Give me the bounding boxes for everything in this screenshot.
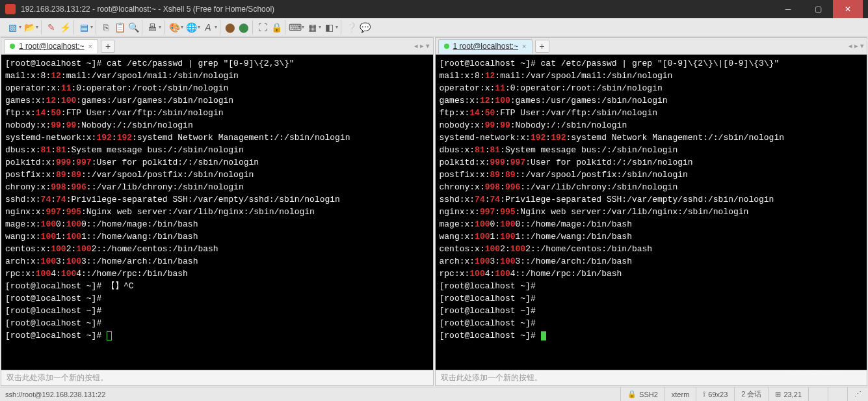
add-tab-button[interactable]: + [101,40,115,53]
status-dot-icon [10,44,15,49]
window-title: 192.168.238.131:22 - root@localhost:~ - … [21,5,773,14]
feedback-icon[interactable]: 💬 [359,21,371,33]
window-controls: ─ ▢ ✕ [773,0,863,18]
lock-icon[interactable]: 🔒 [270,21,282,33]
find-icon[interactable]: 🔍 [127,21,139,33]
tile-icon[interactable]: ◧ [323,21,335,33]
status-caps [808,387,828,402]
maximize-button[interactable]: ▢ [803,0,833,18]
status-term: xterm [664,387,696,402]
left-pane: 1 root@localhost:~ × + ◂ ▸ ▾ [root@local… [1,37,434,386]
add-tab-button[interactable]: + [535,40,549,53]
tab-left[interactable]: 1 root@localhost:~ × [4,39,98,53]
paste-icon[interactable]: 📋 [114,21,125,33]
encoding-icon[interactable]: 🌐 [185,21,197,33]
tab-label: 1 root@localhost:~ [453,42,519,51]
terminal-right[interactable]: [root@localhost ~]# cat /etc/passwd | gr… [436,55,867,370]
fullscreen-icon[interactable]: ⛶ [257,21,269,33]
keyboard-icon[interactable]: ⌨ [289,21,301,33]
status-grip: ⋰ [847,387,868,402]
transfer-icon[interactable]: ⬤ [224,21,236,33]
main-toolbar: ▧▾ 📂▾ ✎ ⚡ ▤▾ ⎘ 📋 🔍 🖶▾ 🎨▾ 🌐▾ A▾ ⬤ ⬤ ⛶ 🔒 ⌨… [0,18,868,36]
status-cursor: ⊞ 23,21 [768,387,808,402]
copy-icon[interactable]: ⎘ [100,21,112,33]
status-dot-icon [444,44,449,49]
disconnect-icon[interactable]: ⚡ [59,21,71,33]
status-sessions: 2 会话 [734,387,768,402]
color-icon[interactable]: 🎨 [168,21,180,33]
print-icon[interactable]: 🖶 [146,21,158,33]
terminal-left[interactable]: [root@localhost ~]# cat /etc/passwd | gr… [1,55,433,370]
tab-nav[interactable]: ◂ ▸ ▾ [848,42,864,50]
tab-close-icon[interactable]: × [522,42,526,50]
tab-close-icon[interactable]: × [88,42,92,50]
left-tabbar: 1 root@localhost:~ × + ◂ ▸ ▾ [1,38,433,55]
right-tabbar: 1 root@localhost:~ × + ◂ ▸ ▾ [436,38,867,55]
tab-label: 1 root@localhost:~ [19,42,85,51]
input-bar-right[interactable]: 双击此处添加一个新的按钮。 [436,370,867,385]
xftp-icon[interactable]: ⬤ [238,21,250,33]
new-session-icon[interactable]: ▧ [7,21,18,33]
properties-icon[interactable]: ▤ [78,21,90,33]
statusbar: ssh://root@192.168.238.131:22 🔒SSH2 xter… [0,387,868,401]
tab-nav[interactable]: ◂ ▸ ▾ [414,42,430,50]
tab-right[interactable]: 1 root@localhost:~ × [438,39,533,53]
status-connection: ssh://root@192.168.238.131:22 [0,391,620,398]
layout-icon[interactable]: ▦ [306,21,318,33]
status-size: ⟟ 69x23 [696,387,734,402]
input-bar-left[interactable]: 双击此处添加一个新的按钮。 [1,370,433,385]
split-panes: 1 root@localhost:~ × + ◂ ▸ ▾ [root@local… [0,36,868,387]
font-icon[interactable]: A [202,21,214,33]
open-icon[interactable]: 📂 [23,21,35,33]
app-icon [5,4,16,14]
minimize-button[interactable]: ─ [773,0,803,18]
status-num [828,387,847,402]
right-pane: 1 root@localhost:~ × + ◂ ▸ ▾ [root@local… [435,37,868,386]
reconnect-icon[interactable]: ✎ [46,21,57,33]
help-icon[interactable]: ❔ [345,21,357,33]
status-proto: 🔒SSH2 [620,387,664,402]
close-button[interactable]: ✕ [833,0,863,18]
titlebar: 192.168.238.131:22 - root@localhost:~ - … [0,0,868,18]
lock-icon: 🔒 [627,390,637,398]
